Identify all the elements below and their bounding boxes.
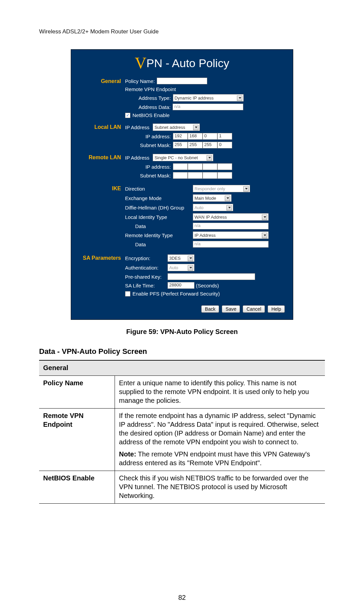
sa-pfs-checkbox[interactable]: ✓ [125, 291, 130, 297]
remote-lan-ipaddr-label: IP address: [139, 164, 171, 170]
ike-dh-select[interactable]: Auto [193, 204, 233, 211]
chevron-down-icon [208, 157, 211, 159]
title-rest: PN - Auto Policy [147, 57, 230, 69]
ike-local-id-data-input[interactable]: n/a [193, 223, 269, 229]
chevron-down-icon [195, 127, 198, 128]
local-ip-octet[interactable]: 192 [173, 133, 188, 140]
local-ip-octet[interactable]: 168 [188, 133, 203, 140]
remote-lan-ipaddr-type-label: IP Address [125, 155, 149, 161]
data-section-heading: Data - VPN-Auto Policy Screen [39, 347, 325, 356]
remote-mask-octet[interactable] [203, 172, 217, 179]
section-ike-label: IKE [77, 185, 125, 192]
address-data-label: Address Data: [139, 104, 171, 110]
description-table: General Policy NameEnter a unique name t… [39, 360, 325, 504]
table-definition: Check this if you wish NETBIOS traffic t… [115, 471, 325, 504]
sa-auth-select[interactable]: Auto [168, 264, 194, 271]
policy-name-label: Policy Name: [125, 78, 155, 84]
chevron-down-icon [189, 267, 192, 269]
ike-remote-id-data-input[interactable]: n/a [193, 241, 269, 248]
ike-local-id-data-label: Data [125, 223, 191, 229]
remote-lan-ipaddr-type-select[interactable]: Single PC - no Subnet [153, 154, 213, 161]
cancel-button[interactable]: Cancel [243, 305, 265, 313]
ike-local-id-type-select[interactable]: WAN IP Address [193, 213, 269, 221]
chevron-down-icon [264, 216, 266, 218]
chevron-down-icon [228, 207, 231, 208]
document-header: Wireless ADSL2/2+ Modem Router User Guid… [39, 28, 325, 35]
remote-ip-octet[interactable] [203, 163, 217, 170]
figure-caption: Figure 59: VPN-Auto Policy Screen [39, 328, 325, 336]
ike-direction-select[interactable]: Responder only [193, 185, 250, 192]
local-ip-octet[interactable]: 0 [203, 133, 217, 140]
local-mask-octet[interactable]: 255 [203, 142, 217, 148]
remote-ip-octet[interactable] [173, 163, 188, 170]
remote-mask-octet[interactable] [217, 172, 232, 179]
remote-ip-octet[interactable] [217, 163, 232, 170]
screenshot-title: VPN - Auto Policy [71, 50, 293, 78]
table-term: Policy Name [39, 376, 115, 409]
policy-name-input[interactable] [157, 78, 207, 84]
sa-life-label: SA Life Time: [125, 283, 165, 288]
local-mask-octet[interactable]: 255 [188, 142, 203, 148]
netbios-enable-checkbox[interactable]: ✓ [125, 113, 130, 118]
chevron-down-icon [239, 97, 241, 99]
remote-ip-octet[interactable] [188, 163, 203, 170]
local-mask-octet[interactable]: 0 [217, 142, 232, 148]
table-definition: Enter a unique name to identify this pol… [115, 376, 325, 409]
table-term: NetBIOS Enable [39, 471, 115, 504]
ike-exchange-select[interactable]: Main Mode [193, 194, 232, 202]
remote-lan-mask-label: Subnet Mask: [139, 173, 171, 178]
chevron-down-icon [226, 197, 229, 199]
local-mask-octet[interactable]: 255 [173, 142, 188, 148]
local-lan-ipaddr-type-select[interactable]: Subnet address [153, 123, 200, 131]
table-term: Remote VPN Endpoint [39, 409, 115, 471]
table-definition: If the remote endpoint has a dynamic IP … [115, 409, 325, 471]
chevron-down-icon [189, 257, 192, 259]
sa-encryption-select[interactable]: 3DES [168, 254, 194, 262]
help-button[interactable]: Help [268, 305, 285, 313]
ike-local-id-type-label: Local Identity Type [125, 214, 191, 220]
netbios-enable-label: NetBIOS Enable [132, 112, 170, 118]
sa-psk-input[interactable] [168, 273, 255, 280]
section-remote-lan-label: Remote LAN [77, 154, 125, 161]
chevron-down-icon [245, 188, 248, 190]
remote-mask-octet[interactable] [173, 172, 188, 179]
remote-mask-octet[interactable] [188, 172, 203, 179]
sa-life-input[interactable]: 28800 [168, 282, 194, 289]
save-button[interactable]: Save [222, 305, 240, 313]
ike-direction-label: Direction [125, 186, 191, 192]
address-type-label: Address Type: [139, 95, 171, 101]
title-initial: V [135, 54, 147, 72]
address-data-input[interactable]: n/a [173, 104, 243, 110]
page-number: 82 [0, 594, 364, 602]
local-lan-ipaddr-label: IP address: [139, 134, 171, 139]
local-ip-octet[interactable]: 1 [217, 133, 232, 140]
remote-vpn-endpoint-label: Remote VPN Endpoint [125, 86, 176, 92]
local-lan-ipaddr-type-label: IP Address [125, 124, 149, 130]
section-general-label: General [77, 78, 125, 84]
sa-pfs-label: Enable PFS (Perfect Forward Security) [132, 291, 220, 297]
sa-psk-label: Pre-shared Key: [125, 274, 165, 280]
ike-remote-id-type-select[interactable]: IP Address [193, 231, 269, 239]
ike-remote-id-data-label: Data [125, 242, 191, 247]
address-type-select[interactable]: Dynamic IP address [173, 94, 244, 102]
ike-exchange-label: Exchange Mode [125, 195, 191, 201]
sa-auth-label: Authentication: [125, 265, 165, 271]
vpn-auto-policy-screenshot: VPN - Auto Policy General Policy Name: R… [71, 49, 293, 320]
section-sa-label: SA Parameters [77, 254, 125, 261]
sa-life-unit: (Seconds) [196, 283, 219, 288]
local-lan-mask-label: Subnet Mask: [139, 142, 171, 148]
back-button[interactable]: Back [201, 305, 219, 313]
table-header-general: General [39, 360, 325, 376]
ike-remote-id-type-label: Remote Identity Type [125, 232, 191, 238]
chevron-down-icon [264, 234, 266, 236]
section-local-lan-label: Local LAN [77, 123, 125, 130]
ike-dh-label: Diffie-Hellman (DH) Group [125, 205, 191, 211]
sa-encryption-label: Encryption: [125, 255, 165, 261]
